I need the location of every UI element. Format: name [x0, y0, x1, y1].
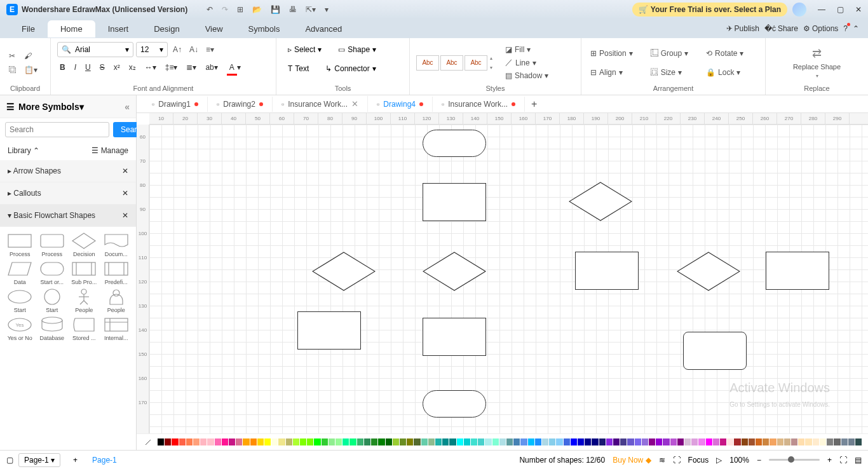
size-button[interactable]: ⿴ Size ▾: [648, 67, 691, 78]
options-button[interactable]: ⚙ Options: [803, 24, 838, 33]
shape-stencil[interactable]: Docum...: [102, 232, 132, 257]
color-swatch[interactable]: [770, 438, 776, 445]
color-swatch[interactable]: [264, 438, 271, 445]
color-swatch[interactable]: [520, 438, 527, 445]
color-swatch[interactable]: [663, 438, 669, 445]
help-icon[interactable]: ?: [843, 24, 848, 33]
color-swatch[interactable]: [749, 438, 755, 445]
color-swatch[interactable]: [243, 438, 249, 445]
color-swatch[interactable]: [706, 438, 712, 445]
canvas-shape-rounded-process[interactable]: [683, 332, 747, 370]
line-spacing-icon[interactable]: ‡≡▾: [163, 61, 180, 74]
color-swatch[interactable]: [428, 438, 435, 445]
color-swatch[interactable]: [585, 438, 591, 445]
font-color-icon[interactable]: A▾: [224, 61, 243, 74]
shadow-button[interactable]: ▤ Shadow ▾: [503, 71, 551, 81]
close-category-icon[interactable]: ✕: [122, 211, 128, 220]
color-swatch[interactable]: [307, 438, 313, 445]
maximize-icon[interactable]: ▢: [837, 5, 844, 14]
color-swatch[interactable]: [464, 438, 470, 445]
cut-icon[interactable]: ✂: [6, 50, 19, 62]
collapse-ribbon-icon[interactable]: ⌃: [853, 24, 859, 33]
presentation-icon[interactable]: ▷: [716, 456, 722, 465]
undo-icon[interactable]: ↶: [207, 5, 213, 14]
color-swatch[interactable]: [763, 438, 769, 445]
color-swatch[interactable]: [300, 438, 306, 445]
shape-stencil[interactable]: Decision: [69, 232, 99, 257]
menu-view[interactable]: View: [193, 20, 236, 37]
align-button[interactable]: ⊟ Align ▾: [588, 67, 635, 78]
color-swatch[interactable]: [193, 438, 200, 445]
style-preset-3[interactable]: Abc: [465, 55, 487, 71]
zoom-in-icon[interactable]: +: [827, 456, 832, 465]
menu-insert[interactable]: Insert: [95, 20, 142, 37]
canvas-shape-terminator[interactable]: [423, 130, 486, 157]
close-icon[interactable]: ✕: [855, 5, 862, 14]
library-link[interactable]: Library ⌃: [8, 146, 39, 155]
align-icon[interactable]: ≡▾: [203, 44, 217, 55]
zoom-level[interactable]: 100%: [729, 456, 749, 465]
color-swatch[interactable]: [471, 438, 477, 445]
highlight-icon[interactable]: ab▾: [203, 61, 220, 74]
color-swatch[interactable]: [158, 438, 164, 445]
color-swatch[interactable]: [378, 438, 384, 445]
more-symbols-header[interactable]: ☰ More Symbols▾ «: [0, 95, 136, 118]
color-swatch[interactable]: [855, 438, 862, 445]
canvas-shape-terminator[interactable]: [423, 390, 486, 418]
color-swatch[interactable]: [215, 438, 221, 445]
canvas-shape-decision[interactable]: [569, 182, 632, 221]
color-swatch[interactable]: [798, 438, 804, 445]
color-swatch[interactable]: [478, 438, 484, 445]
rotate-button[interactable]: ⟲ Rotate ▾: [703, 48, 746, 58]
canvas-shape-decision[interactable]: [423, 252, 486, 291]
color-swatch[interactable]: [407, 438, 413, 445]
color-swatch[interactable]: [556, 438, 562, 445]
color-swatch[interactable]: [435, 438, 442, 445]
redo-icon[interactable]: ↷: [222, 5, 228, 14]
color-swatch[interactable]: [827, 438, 833, 445]
connector-tool[interactable]: ↳ Connector ▾: [320, 61, 381, 76]
color-swatch[interactable]: [656, 438, 662, 445]
color-swatch[interactable]: [293, 438, 299, 445]
doc-tab[interactable]: ▫Insurance Work...✕: [273, 96, 368, 112]
color-swatch[interactable]: [186, 438, 193, 445]
color-swatch[interactable]: [257, 438, 264, 445]
color-swatch[interactable]: [236, 438, 242, 445]
color-swatch[interactable]: [784, 438, 790, 445]
replace-shape-button[interactable]: Replace Shape: [793, 63, 841, 71]
text-tool[interactable]: T Text: [283, 61, 314, 76]
color-swatch[interactable]: [414, 438, 420, 445]
zoom-out-icon[interactable]: −: [757, 456, 761, 465]
color-swatch[interactable]: [691, 438, 698, 445]
color-swatch[interactable]: [386, 438, 392, 445]
paste-icon[interactable]: 📋▾: [22, 64, 40, 76]
collapse-panel-icon[interactable]: «: [125, 102, 130, 112]
color-swatch[interactable]: [713, 438, 719, 445]
color-swatch[interactable]: [222, 438, 228, 445]
canvas-shape-process[interactable]: [575, 252, 639, 290]
color-swatch[interactable]: [578, 438, 584, 445]
page-tab[interactable]: Page-1: [84, 452, 125, 468]
font-size-select[interactable]: 12 ▾: [136, 42, 168, 57]
shape-stencil[interactable]: Sub Pro...: [69, 260, 99, 285]
save-icon[interactable]: 💾: [271, 5, 280, 14]
add-page-icon[interactable]: +: [67, 456, 84, 465]
color-swatch[interactable]: [371, 438, 377, 445]
buy-now-link[interactable]: Buy Now ◆: [613, 456, 651, 465]
shape-stencil[interactable]: Database: [37, 316, 67, 341]
color-swatch[interactable]: [620, 438, 627, 445]
shape-stencil[interactable]: Start: [37, 288, 67, 313]
color-swatch[interactable]: [179, 438, 186, 445]
doc-tab[interactable]: ▫Insurance Work...: [433, 97, 525, 112]
color-swatch[interactable]: [592, 438, 598, 445]
color-swatch[interactable]: [528, 438, 534, 445]
underline-button[interactable]: U: [83, 61, 93, 74]
color-swatch[interactable]: [449, 438, 456, 445]
color-swatch[interactable]: [393, 438, 399, 445]
color-swatch[interactable]: [271, 438, 278, 445]
color-swatch[interactable]: [805, 438, 811, 445]
canvas-shape-process[interactable]: [766, 252, 829, 290]
category-arrow-shapes[interactable]: ▸ Arrow Shapes ✕: [0, 160, 136, 182]
color-swatch[interactable]: [286, 438, 292, 445]
color-swatch[interactable]: [642, 438, 648, 445]
